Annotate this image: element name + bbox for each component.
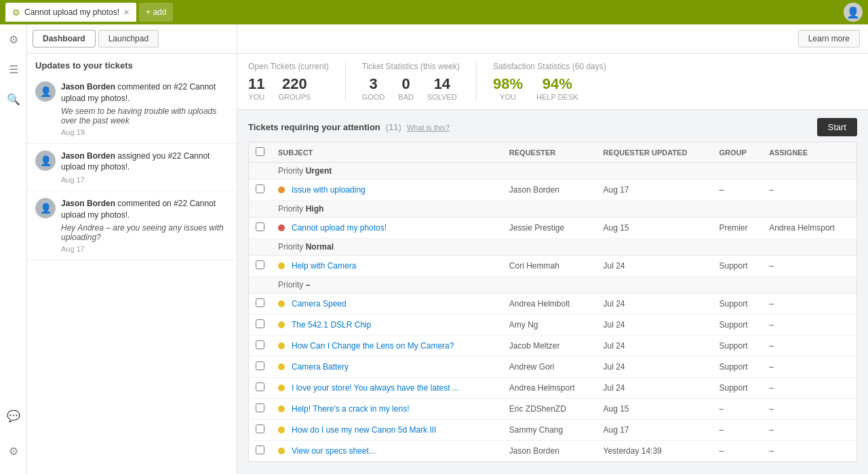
updated-cell: Jul 24 xyxy=(597,336,713,357)
assignee-cell: – xyxy=(762,378,856,399)
update-item: 👤 Jason Borden assigned you #22 Cannot u… xyxy=(27,144,237,192)
topbar: ⚙ Cannot upload my photos! ✕ + add 👤 xyxy=(0,0,868,24)
row-checkbox[interactable] xyxy=(256,446,264,454)
subject-inner: The 542.1 DSLR Chip xyxy=(278,320,496,330)
priority-dot xyxy=(278,224,285,231)
group-cell: Support xyxy=(712,378,762,399)
priority-dot xyxy=(278,448,285,454)
tab-launchpad[interactable]: Launchpad xyxy=(98,30,159,47)
priority-check-cell xyxy=(249,201,272,218)
group-cell: Support xyxy=(712,357,762,378)
group-cell: Support xyxy=(712,256,762,277)
priority-dot xyxy=(278,406,285,412)
ticket-link[interactable]: Issue with uploading xyxy=(292,185,366,195)
table-header-row: SUBJECT REQUESTER REQUESTER UPDATED GROU… xyxy=(249,142,857,163)
row-checkbox[interactable] xyxy=(256,403,264,412)
ticket-link[interactable]: I love your store! You always have the l… xyxy=(292,383,459,393)
update-quote: Hey Andrea – are you seeing any issues w… xyxy=(61,223,229,242)
avatar[interactable]: 👤 xyxy=(844,3,863,22)
open-tickets-groups: 220 GROUPS xyxy=(278,75,311,101)
subject-inner: Camera Battery xyxy=(278,362,496,372)
table-row: Cannot upload my photos! Jessie Prestige… xyxy=(249,218,857,239)
select-all-checkbox[interactable] xyxy=(256,147,264,156)
requester-cell: Andrea Helmsport xyxy=(502,378,597,399)
active-tab[interactable]: ⚙ Cannot upload my photos! ✕ xyxy=(5,3,136,22)
requester-cell: Eric ZDShenZD xyxy=(502,399,597,420)
ticket-link[interactable]: Help with Camera xyxy=(292,261,356,271)
left-panel: Dashboard Launchpad Updates to your tick… xyxy=(27,24,237,474)
ticket-link[interactable]: Help! There's a crack in my lens! xyxy=(292,404,409,414)
sidebar-icon-search[interactable]: 🔍 xyxy=(4,90,23,108)
updates-list: 👤 Jason Borden commented on #22 Cannot u… xyxy=(27,75,237,474)
requester-cell: Jacob Meltzer xyxy=(502,336,597,357)
requester-cell: Jason Borden xyxy=(502,180,597,201)
priority-row: Priority Urgent xyxy=(249,163,857,180)
ticket-link[interactable]: The 542.1 DSLR Chip xyxy=(292,320,371,330)
update-quote: We seem to be having trouble with upload… xyxy=(61,106,229,125)
sidebar-icon-menu[interactable]: ☰ xyxy=(4,60,23,79)
add-tab-button[interactable]: + add xyxy=(139,3,173,22)
priority-dot xyxy=(278,342,285,349)
sidebar-icon-chat[interactable]: 💬 xyxy=(4,406,23,425)
priority-dot xyxy=(278,300,285,307)
group-cell: Support xyxy=(712,315,762,336)
priority-row: Priority Normal xyxy=(249,239,857,256)
satisfaction-stats-group: Satisfaction Statistics (60 days) 98% YO… xyxy=(493,62,623,101)
group-cell: Premier xyxy=(712,218,762,239)
row-checkbox[interactable] xyxy=(256,319,264,328)
row-checkbox[interactable] xyxy=(256,298,264,307)
table-row: How do I use my new Canon 5d Mark III Sa… xyxy=(249,420,857,441)
ticket-link[interactable]: View our specs sheet... xyxy=(292,446,376,456)
subject-cell: Cannot upload my photos! xyxy=(271,218,502,239)
topbar-right: 👤 xyxy=(844,3,863,22)
priority-dot xyxy=(278,262,285,269)
start-button[interactable]: Start xyxy=(817,118,857,136)
subject-cell: Help! There's a crack in my lens! xyxy=(271,399,502,420)
row-check-cell xyxy=(249,420,272,441)
sidebar-icons: ⚙ ☰ 🔍 💬 ⚙ xyxy=(0,24,27,474)
ticket-link[interactable]: How do I use my new Canon 5d Mark III xyxy=(292,425,436,435)
requester-cell: Jessie Prestige xyxy=(502,218,597,239)
ticket-link[interactable]: Cannot upload my photos! xyxy=(292,223,387,233)
row-checkbox[interactable] xyxy=(256,184,264,193)
subject-inner: Cannot upload my photos! xyxy=(278,223,496,233)
row-checkbox[interactable] xyxy=(256,260,264,269)
subject-cell: How Can I Change the Lens on My Camera? xyxy=(271,336,502,357)
updated-cell: Jul 24 xyxy=(597,378,713,399)
row-checkbox[interactable] xyxy=(256,424,264,433)
update-item: 👤 Jason Borden commented on #22 Cannot u… xyxy=(27,75,237,144)
ticket-link[interactable]: How Can I Change the Lens on My Camera? xyxy=(292,341,454,351)
subject-cell: View our specs sheet... xyxy=(271,441,502,462)
update-content: Jason Borden commented on #22 Cannot upl… xyxy=(61,81,229,136)
what-is-this-link[interactable]: What is this? xyxy=(407,123,450,132)
tickets-header: Tickets requiring your attention (11) Wh… xyxy=(248,118,857,136)
row-checkbox[interactable] xyxy=(256,361,264,370)
row-checkbox[interactable] xyxy=(256,340,264,349)
ticket-link[interactable]: Camera Battery xyxy=(292,362,349,372)
group-cell: – xyxy=(712,180,762,201)
row-check-cell xyxy=(249,336,272,357)
ticket-stats-title: Ticket Statistics (this week) xyxy=(362,62,460,71)
close-icon[interactable]: ✕ xyxy=(123,8,130,17)
tab-dashboard[interactable]: Dashboard xyxy=(33,30,96,47)
row-checkbox[interactable] xyxy=(256,382,264,391)
subject-cell: Camera Speed xyxy=(271,294,502,315)
table-row: Camera Speed Andrea Helmbolt Jul 24 Supp… xyxy=(249,294,857,315)
row-checkbox[interactable] xyxy=(256,222,264,231)
sidebar-icon-gear[interactable]: ⚙ xyxy=(4,441,23,460)
learn-more-button[interactable]: Learn more xyxy=(798,30,860,47)
subject-cell: Issue with uploading xyxy=(271,180,502,201)
subject-inner: View our specs sheet... xyxy=(278,446,496,456)
priority-label-cell: Priority High xyxy=(271,201,857,218)
ticket-link[interactable]: Camera Speed xyxy=(292,299,347,309)
row-check-cell xyxy=(249,256,272,277)
update-text: Jason Borden commented on #22 Cannot upl… xyxy=(61,81,229,104)
updated-cell: Yesterday 14:39 xyxy=(597,441,713,462)
col-group: GROUP xyxy=(712,142,762,163)
sidebar-icon-settings[interactable]: ⚙ xyxy=(4,30,23,49)
requester-cell: Amy Ng xyxy=(502,315,597,336)
subject-inner: How do I use my new Canon 5d Mark III xyxy=(278,425,496,435)
active-tab-title: Cannot upload my photos! xyxy=(24,7,119,17)
updated-cell: Aug 15 xyxy=(597,218,713,239)
assignee-cell: – xyxy=(762,357,856,378)
